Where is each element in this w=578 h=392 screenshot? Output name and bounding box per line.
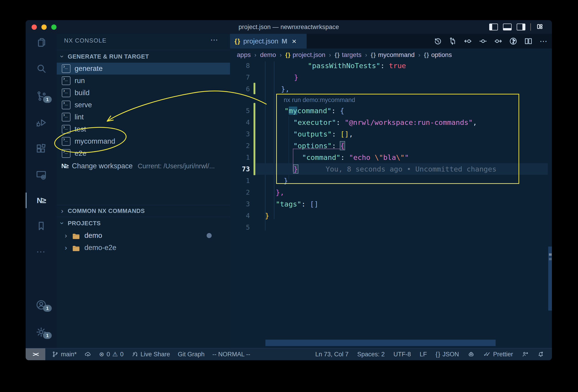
badge: 1 <box>43 305 52 312</box>
git-branch-icon <box>52 351 59 358</box>
code-token: true <box>389 61 406 70</box>
status-label: Live Share <box>141 351 170 358</box>
toolbar-previous-change-button[interactable] <box>463 36 473 46</box>
sidebar-item-change-workspace[interactable]: N≥ Change workspace Current: /Users/juri… <box>57 160 230 172</box>
activity-item-source-control[interactable]: 1 <box>26 86 57 107</box>
compare-icon <box>448 37 457 45</box>
toolbar-compare-changes-button[interactable] <box>448 36 458 46</box>
project-label: demo <box>84 231 102 240</box>
code-line[interactable]: "passWithNoTests": true <box>308 60 406 71</box>
project-item-demo[interactable]: ›demo <box>57 230 230 242</box>
toolbar-open-changes-button[interactable] <box>478 36 488 46</box>
status-live-share[interactable]: Live Share <box>131 351 170 358</box>
line-number: 2 <box>231 140 250 151</box>
titlebar: project.json — newnxreactwrkspace <box>26 20 552 34</box>
activity-item-search[interactable] <box>26 58 57 79</box>
tab-project-json[interactable]: { } project.json M × <box>230 34 307 48</box>
layout-customize-icon[interactable] <box>536 23 544 31</box>
project-item-demo-e2e[interactable]: ›demo-e2e <box>57 242 230 254</box>
ellipsis-icon: ⋯ <box>539 37 547 46</box>
breadcrumb-project.json[interactable]: { }project.json <box>285 51 325 59</box>
layout-sidebar-right-icon[interactable] <box>517 24 525 30</box>
activity-item-accounts[interactable]: 1 <box>26 294 57 315</box>
status-sync[interactable] <box>84 351 91 358</box>
code-token: } <box>265 212 269 220</box>
status-eol[interactable]: LF <box>420 351 427 358</box>
breadcrumb-options[interactable]: { }options <box>424 51 452 59</box>
badge: 1 <box>43 332 52 339</box>
toolbar-gitlens-button[interactable] <box>508 36 518 46</box>
code-line[interactable]: } <box>265 210 269 221</box>
layout-sidebar-left-icon[interactable] <box>489 24 498 30</box>
status-copilot[interactable] <box>468 351 475 358</box>
activity-item-remote-explorer[interactable] <box>26 165 57 185</box>
breadcrumb-targets[interactable]: { }targets <box>335 51 362 59</box>
status-label: main* <box>61 351 77 358</box>
overview-ruler-mark <box>549 258 552 260</box>
status-vim-mode[interactable]: -- NORMAL -- <box>212 351 250 358</box>
toolbar-next-change-button[interactable] <box>493 36 503 46</box>
vertical-scrollbar[interactable] <box>548 247 552 310</box>
activity-item-nx-console[interactable]: N≥ <box>26 190 57 211</box>
sidebar-item-generate[interactable]: ›_generate <box>57 63 230 75</box>
status-notifications[interactable] <box>537 351 544 358</box>
line-number: 2 <box>231 187 250 198</box>
terminal-icon: ›_ <box>62 88 70 97</box>
toolbar-timeline-button[interactable] <box>433 36 442 46</box>
status-language-mode[interactable]: { }JSON <box>435 351 459 358</box>
toolbar-more-actions-button[interactable]: ⋯ <box>539 36 548 46</box>
debug-icon <box>35 117 47 129</box>
activity-item-extensions[interactable] <box>26 138 57 159</box>
breadcrumb-mycommand[interactable]: { }mycommand <box>371 51 415 59</box>
section-common-nx-commands[interactable]: › COMMON NX COMMANDS <box>57 206 230 216</box>
target-label: test <box>75 125 86 133</box>
activity-item-explorer[interactable] <box>26 32 57 53</box>
target-label: lint <box>75 113 84 121</box>
status-label: JSON <box>442 351 459 358</box>
status-indentation[interactable]: Spaces: 2 <box>357 351 385 358</box>
status-feedback[interactable] <box>522 351 529 358</box>
sidebar-item-serve[interactable]: ›_serve <box>57 99 230 111</box>
sidebar-item-test[interactable]: ›_test <box>57 123 230 135</box>
status-encoding[interactable]: UTF-8 <box>393 351 411 358</box>
sidebar-item-e2e[interactable]: ›_e2e <box>57 147 230 159</box>
sidebar-item-lint[interactable]: ›_lint <box>57 111 230 123</box>
activity-item-bookmarks[interactable] <box>26 216 57 236</box>
code-line[interactable]: }, <box>276 187 284 198</box>
terminal-icon: ›_ <box>62 149 70 158</box>
status-git-branch[interactable]: main* <box>52 351 77 358</box>
status-formatter[interactable]: ✓✓Prettier <box>483 350 513 358</box>
activity-item-settings[interactable]: 1 <box>26 322 57 343</box>
breadcrumb-apps[interactable]: apps <box>237 51 251 59</box>
status-cursor-position[interactable]: Ln 73, Col 7 <box>315 351 349 358</box>
layout-panel-icon[interactable] <box>503 24 512 30</box>
horizontal-scrollbar[interactable] <box>265 340 496 346</box>
change-icon <box>479 37 487 45</box>
chevron-right-icon: › <box>59 207 65 215</box>
target-label: run <box>75 77 85 85</box>
status-problems[interactable]: ⊗0⚠0 <box>99 350 124 358</box>
sidebar-item-build[interactable]: ›_build <box>57 87 230 99</box>
sidebar-item-run[interactable]: ›_run <box>57 75 230 87</box>
toolbar-split-editor-button[interactable] <box>524 36 533 46</box>
close-tab-icon[interactable]: × <box>292 37 296 46</box>
line-number: 1 <box>231 175 250 186</box>
section-generate-run-target[interactable]: › GENERATE & RUN TARGET <box>57 51 230 62</box>
code-line[interactable]: }, <box>281 83 289 95</box>
activity-item-run-debug[interactable] <box>26 112 57 133</box>
remote-indicator[interactable]: >< <box>26 348 45 360</box>
line-number: 4 <box>231 210 250 221</box>
code-editor[interactable]: 8"passWithNoTests": true7}6},5"mycommand… <box>230 61 552 348</box>
code-line[interactable]: "tags": [] <box>276 198 319 210</box>
sidebar-item-mycommand[interactable]: ›_mycommand <box>57 135 230 147</box>
editor-group: { } project.json M × ⋯ apps›demo›{ }proj… <box>230 34 552 348</box>
badge: 1 <box>43 96 52 103</box>
status-git-graph[interactable]: Git Graph <box>178 351 205 358</box>
breadcrumb-demo[interactable]: demo <box>260 51 276 59</box>
breadcrumb-separator: › <box>280 51 282 59</box>
activity-item-more-views[interactable]: ⋯ <box>26 241 57 262</box>
code-line[interactable]: } <box>294 72 298 83</box>
section-projects[interactable]: › PROJECTS <box>57 218 230 228</box>
sidebar-more-actions-icon[interactable]: ⋯ <box>210 35 219 44</box>
modified-indicator: M <box>282 37 288 45</box>
